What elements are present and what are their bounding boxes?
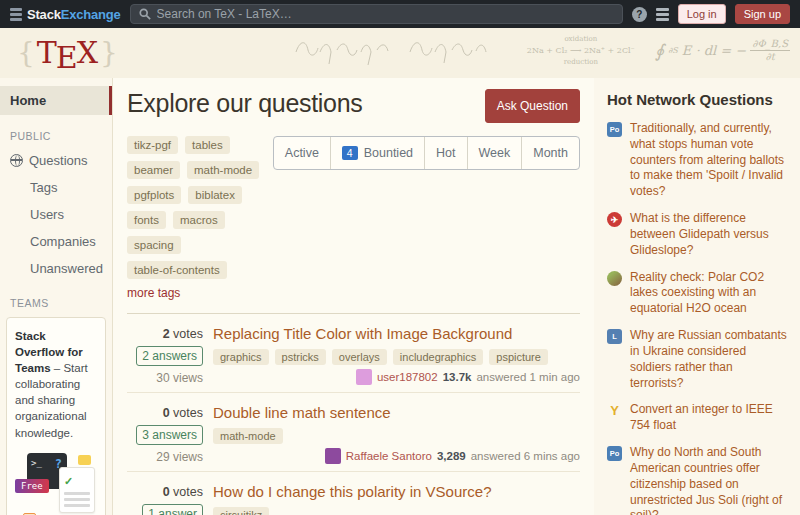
vote-number: 0 bbox=[163, 485, 170, 499]
activity-time: answered 6 mins ago bbox=[471, 450, 580, 462]
page-title: Explore our questions bbox=[127, 89, 363, 118]
checklist-graphic: ✓ bbox=[59, 467, 95, 513]
law-icon: L bbox=[607, 329, 622, 344]
hot-question-item: Po Why do North and South American count… bbox=[607, 445, 788, 515]
question-row: 0 votes 1 answer 11 views How do I chang… bbox=[127, 472, 580, 515]
question-stats: 2 votes 2 answers 30 views bbox=[127, 324, 203, 385]
tag-filter[interactable]: pgfplots bbox=[127, 186, 181, 204]
question-tag[interactable]: overlays bbox=[332, 349, 387, 365]
question-title-link[interactable]: Double line math sentence bbox=[213, 404, 580, 421]
chemistry-equation: oxidation 2Na + Cl₂ ⟶ 2Na⁺ + 2Cl⁻ reduct… bbox=[527, 34, 635, 67]
hot-question-link[interactable]: What is the difference between Glidepath… bbox=[630, 211, 788, 258]
chat-bubble-icon bbox=[78, 455, 91, 465]
user-reputation: 3,289 bbox=[437, 450, 466, 462]
view-count: 29 views bbox=[156, 450, 203, 464]
tag-filter[interactable]: biblatex bbox=[188, 186, 242, 204]
globe-icon bbox=[10, 154, 23, 167]
site-icon-y: Y bbox=[607, 403, 622, 418]
tag-filter[interactable]: macros bbox=[173, 211, 225, 229]
hot-question-list: Po Traditionally, and currently, what st… bbox=[607, 121, 788, 515]
teams-illustration: >_? ✓ Free bbox=[15, 451, 97, 515]
tag-filter[interactable]: math-mode bbox=[187, 161, 259, 179]
question-tag[interactable]: pspicture bbox=[489, 349, 548, 365]
search-icon bbox=[139, 8, 151, 20]
avatar[interactable] bbox=[325, 448, 341, 464]
tab-active[interactable]: Active bbox=[274, 137, 330, 169]
tab-week[interactable]: Week bbox=[467, 137, 522, 169]
ask-question-button[interactable]: Ask Question bbox=[485, 89, 580, 123]
question-title-link[interactable]: How do I change this polarity in VSource… bbox=[213, 483, 580, 500]
sidebar-item-tags[interactable]: Tags bbox=[0, 174, 112, 201]
question-title-link[interactable]: Replacing Title Color with Image Backgro… bbox=[213, 325, 580, 342]
signup-button[interactable]: Sign up bbox=[735, 4, 790, 24]
top-bar: StackExchange ? Log in Sign up bbox=[0, 0, 800, 28]
question-stats: 0 votes 3 answers 29 views bbox=[127, 403, 203, 464]
left-sidebar: Home PUBLIC Questions Tags Users Compani… bbox=[0, 78, 113, 515]
user-link[interactable]: user187802 bbox=[377, 371, 438, 383]
question-tag[interactable]: graphics bbox=[213, 349, 269, 365]
question-list: 2 votes 2 answers 30 views Replacing Tit… bbox=[127, 314, 580, 515]
hot-question-link[interactable]: Why are Russian combatants in Ukraine co… bbox=[630, 328, 788, 391]
hot-question-item: Po Traditionally, and currently, what st… bbox=[607, 121, 788, 200]
main-content: Explore our questions Ask Question tikz-… bbox=[113, 78, 594, 515]
tab-month[interactable]: Month bbox=[521, 137, 579, 169]
help-icon[interactable]: ? bbox=[632, 7, 647, 22]
sidebar-item-questions[interactable]: Questions bbox=[0, 147, 112, 174]
hot-question-item: ✈ What is the difference between Glidepa… bbox=[607, 211, 788, 258]
site-switcher-icon[interactable] bbox=[656, 8, 669, 21]
question-tag[interactable]: circuitikz bbox=[213, 507, 269, 515]
user-link[interactable]: Raffaele Santoro bbox=[346, 450, 432, 462]
tag-filter[interactable]: tikz-pgf bbox=[127, 136, 178, 154]
tag-filter[interactable]: tables bbox=[185, 136, 230, 154]
politics-icon: Po bbox=[607, 446, 622, 461]
vote-word: votes bbox=[173, 406, 203, 420]
search-box[interactable] bbox=[130, 4, 623, 24]
hot-question-item: Reality check: Polar CO2 lakes coexistin… bbox=[607, 270, 788, 317]
hot-question-link[interactable]: Convert an integer to IEEE 754 float bbox=[630, 402, 788, 434]
script-squiggle-decoration bbox=[292, 36, 507, 66]
question-tags: circuitikz bbox=[213, 507, 580, 515]
avatar[interactable] bbox=[356, 369, 372, 385]
question-attribution: user187802 13.7k answered 1 min ago bbox=[213, 369, 580, 385]
worldbuilding-icon bbox=[607, 271, 622, 286]
tex-site-logo[interactable]: {TEX} bbox=[14, 31, 120, 75]
question-tag[interactable]: includegraphics bbox=[393, 349, 483, 365]
question-tag[interactable]: pstricks bbox=[275, 349, 326, 365]
hot-question-link[interactable]: Traditionally, and currently, what stops… bbox=[630, 121, 788, 200]
question-stats: 0 votes 1 answer 11 views bbox=[127, 482, 203, 515]
question-filter-tabs: Active 4Bountied Hot Week Month bbox=[273, 136, 580, 170]
vote-count: 0 votes bbox=[163, 485, 203, 499]
decorative-equations: oxidation 2Na + Cl₂ ⟶ 2Na⁺ + 2Cl⁻ reduct… bbox=[292, 34, 790, 67]
more-tags-link[interactable]: more tags bbox=[127, 286, 180, 300]
user-reputation: 13.7k bbox=[443, 371, 472, 383]
vote-count: 2 votes bbox=[163, 327, 203, 341]
tag-filter[interactable]: beamer bbox=[127, 161, 180, 179]
question-row: 0 votes 3 answers 29 views Double line m… bbox=[127, 393, 580, 472]
tag-filter[interactable]: spacing bbox=[127, 236, 181, 254]
question-tag[interactable]: math-mode bbox=[213, 428, 283, 444]
question-row: 2 votes 2 answers 30 views Replacing Tit… bbox=[127, 314, 580, 393]
vote-number: 0 bbox=[163, 406, 170, 420]
hot-question-link[interactable]: Reality check: Polar CO2 lakes coexistin… bbox=[630, 270, 788, 317]
sidebar-item-companies[interactable]: Companies bbox=[0, 228, 112, 255]
sidebar-section-teams: TEAMS bbox=[10, 297, 112, 309]
stackexchange-logo[interactable]: StackExchange bbox=[10, 7, 121, 22]
sidebar-item-unanswered[interactable]: Unanswered bbox=[0, 255, 112, 282]
search-input[interactable] bbox=[157, 7, 614, 21]
sidebar-item-home[interactable]: Home bbox=[0, 86, 112, 115]
stackexchange-logo-text: StackExchange bbox=[27, 7, 121, 22]
tag-filter[interactable]: table-of-contents bbox=[127, 261, 227, 279]
question-tags: graphicspstricksoverlaysincludegraphicsp… bbox=[213, 349, 580, 365]
tab-hot[interactable]: Hot bbox=[424, 137, 466, 169]
answer-count: 1 answer bbox=[142, 504, 203, 515]
tag-filter[interactable]: fonts bbox=[127, 211, 166, 229]
login-button[interactable]: Log in bbox=[678, 4, 726, 24]
question-attribution: Raffaele Santoro 3,289 answered 6 mins a… bbox=[213, 448, 580, 464]
teams-promo-text: Stack Overflow for Teams – Start collabo… bbox=[15, 328, 97, 441]
site-header: {TEX} oxidation 2Na + Cl₂ ⟶ 2Na⁺ + 2Cl⁻ … bbox=[0, 28, 800, 78]
tab-bountied[interactable]: 4Bountied bbox=[330, 137, 424, 169]
hot-question-link[interactable]: Why do North and South American countrie… bbox=[630, 445, 788, 515]
sidebar-item-users[interactable]: Users bbox=[0, 201, 112, 228]
vote-word: votes bbox=[173, 485, 203, 499]
free-tag: Free bbox=[15, 479, 49, 494]
